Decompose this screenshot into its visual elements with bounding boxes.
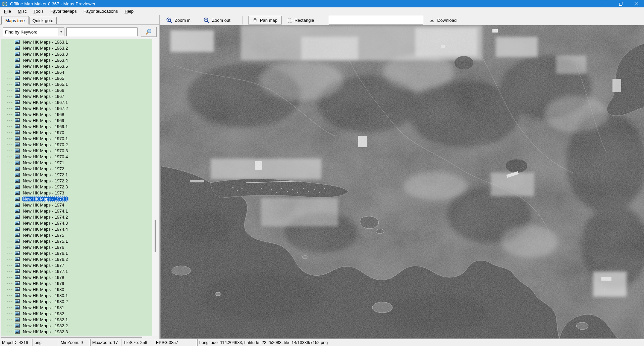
tree-item[interactable]: New HK Maps - 1974.3 (1, 220, 152, 226)
download-button[interactable]: Download (428, 16, 458, 24)
tree-item[interactable]: New HK Maps - 1975.1 (1, 238, 152, 244)
menu-misc[interactable]: Misc (14, 8, 30, 14)
tree-item[interactable]: New HK Maps - 1965 (1, 75, 152, 81)
tree-item[interactable]: New HK Maps - 1974.1 (1, 208, 152, 214)
tree-item[interactable]: New HK Maps - 1975 (1, 232, 152, 238)
tree-item[interactable]: New HK Maps - 1971 (1, 160, 152, 166)
tree-item-label: New HK Maps - 1972 (22, 166, 65, 171)
map-layer-icon (15, 70, 20, 74)
tab-quick-goto[interactable]: Quick goto (29, 17, 57, 24)
tree-item[interactable]: New HK Maps - 1978 (1, 274, 152, 280)
tree-item[interactable]: New HK Maps - 1974 (1, 202, 152, 208)
tree-item[interactable]: New HK Maps - 1969 (1, 117, 152, 123)
restore-button[interactable] (613, 0, 629, 7)
search-input[interactable] (66, 27, 138, 36)
map-layer-icon (15, 191, 20, 195)
search-button[interactable] (141, 27, 156, 37)
menu-help[interactable]: Help (121, 8, 137, 14)
tree-item-label: New HK Maps - 1969.1 (22, 124, 68, 129)
pan-map-label: Pan map (260, 18, 277, 23)
tree-vertical-scrollbar[interactable] (152, 39, 158, 336)
tree-item-label: New HK Maps - 1965.1 (22, 82, 68, 87)
map-layer-icon (15, 324, 20, 328)
map-layer-icon (15, 263, 20, 267)
tab-maps-tree[interactable]: Maps tree (1, 16, 29, 24)
tree-item[interactable]: New HK Maps - 1982.3 (1, 329, 152, 335)
tree-item[interactable]: New HK Maps - 1979 (1, 280, 152, 286)
map-layer-icon (15, 221, 20, 225)
tree-item[interactable]: New HK Maps - 1970.4 (1, 154, 152, 160)
map-layer-icon (15, 167, 20, 171)
tree-item-label: New HK Maps - 1970.2 (22, 142, 68, 147)
zoom-out-button[interactable]: Zoom out (202, 16, 232, 24)
tree-item[interactable]: New HK Maps - 1980.2 (1, 298, 152, 304)
tree-item[interactable]: New HK Maps - 1980 (1, 286, 152, 292)
tree-item[interactable]: New HK Maps - 1982 (1, 310, 152, 316)
tree-item[interactable]: New HK Maps - 1974.4 (1, 226, 152, 232)
minimize-button[interactable] (598, 0, 613, 7)
tree-item[interactable]: New HK Maps - 1963.4 (1, 57, 152, 63)
status-position: Longitude=114.204683, Latitude=22.252083… (197, 339, 644, 346)
tree-item[interactable]: New HK Maps - 1963.2 (1, 45, 152, 51)
tree-item[interactable]: New HK Maps - 1972.1 (1, 172, 152, 178)
tree-item-label: New HK Maps - 1974 (22, 203, 65, 208)
tree-item[interactable]: New HK Maps - 1977 (1, 262, 152, 268)
tree-item[interactable]: New HK Maps - 1976.1 (1, 250, 152, 256)
tree-horizontal-scrollbar[interactable] (1, 336, 152, 338)
chevron-down-icon[interactable]: ▼ (58, 28, 64, 36)
tree-item[interactable]: New HK Maps - 1964 (1, 69, 152, 75)
map-layer-icon (15, 149, 20, 153)
tree-item[interactable]: New HK Maps - 1963.1 (1, 39, 152, 45)
tree-item[interactable]: New HK Maps - 1963.3 (1, 51, 152, 57)
tree-item[interactable]: New HK Maps - 1970 (1, 129, 152, 135)
tree-item[interactable]: New HK Maps - 1976 (1, 244, 152, 250)
tree-item[interactable]: New HK Maps - 1980.1 (1, 292, 152, 298)
menu-favoritemaps[interactable]: FavoriteMaps (47, 8, 80, 14)
map-layer-icon (15, 40, 20, 44)
tree-item[interactable]: New HK Maps - 1977.1 (1, 268, 152, 274)
find-mode-select[interactable]: Find by Keyword ▼ (3, 27, 64, 36)
pan-map-button[interactable]: Pan map (248, 16, 282, 24)
menu-tools[interactable]: Tools (30, 8, 47, 14)
tree-item-label: New HK Maps - 1970.1 (22, 136, 68, 141)
tree-item[interactable]: New HK Maps - 1968 (1, 111, 152, 117)
tree-item[interactable]: New HK Maps - 1967.2 (1, 105, 152, 111)
menu-file[interactable]: File (1, 8, 14, 14)
tree-item[interactable]: New HK Maps - 1983 (1, 335, 152, 336)
download-range-input[interactable] (329, 16, 423, 24)
status-maps-id: MapsID: 4316 (0, 339, 32, 346)
map-layer-icon (15, 58, 20, 62)
tree-item[interactable]: New HK Maps - 1965.1 (1, 81, 152, 87)
map-aerial-photo[interactable] (160, 25, 644, 339)
tree-item[interactable]: New HK Maps - 1973 (1, 190, 152, 196)
tree-item[interactable]: New HK Maps - 1972 (1, 166, 152, 172)
tree-vscroll-thumb[interactable] (155, 220, 156, 252)
menu-favoritelocations[interactable]: FavoriteLocations (80, 8, 121, 14)
tree-item[interactable]: New HK Maps - 1981 (1, 304, 152, 310)
tree-item[interactable]: New HK Maps - 1974.2 (1, 214, 152, 220)
tree-item[interactable]: New HK Maps - 1966 (1, 87, 152, 93)
tree-item-label: New HK Maps - 1970.4 (22, 154, 68, 159)
tree-item-label: New HK Maps - 1971 (22, 160, 65, 165)
map-layer-icon (15, 52, 20, 56)
tree-item[interactable]: New HK Maps - 1982.2 (1, 323, 152, 329)
tree-item[interactable]: New HK Maps - 1972.3 (1, 184, 152, 190)
zoom-in-button[interactable]: Zoom in (165, 16, 192, 24)
tree-hscroll-thumb[interactable] (1, 337, 142, 338)
map-layer-icon (15, 245, 20, 249)
tree-item[interactable]: New HK Maps - 1970.1 (1, 135, 152, 141)
tree-item[interactable]: New HK Maps - 1963.5 (1, 63, 152, 69)
rectangle-button[interactable]: Rectangle (286, 17, 316, 24)
map-layer-icon (15, 185, 20, 189)
tree-item[interactable]: New HK Maps - 1970.3 (1, 148, 152, 154)
tree-item[interactable]: New HK Maps - 1972.2 (1, 178, 152, 184)
map-layer-icon (15, 269, 20, 273)
tree-item[interactable]: New HK Maps - 1967.1 (1, 99, 152, 105)
tree-item[interactable]: New HK Maps - 1969.1 (1, 123, 152, 129)
tree-item[interactable]: New HK Maps - 1967 (1, 93, 152, 99)
close-button[interactable] (629, 0, 644, 7)
tree-item[interactable]: New HK Maps - 1982.1 (1, 316, 152, 323)
tree-item[interactable]: New HK Maps - 1973.1 (1, 196, 152, 202)
tree-item[interactable]: New HK Maps - 1976.2 (1, 256, 152, 262)
tree-item[interactable]: New HK Maps - 1970.2 (1, 141, 152, 148)
